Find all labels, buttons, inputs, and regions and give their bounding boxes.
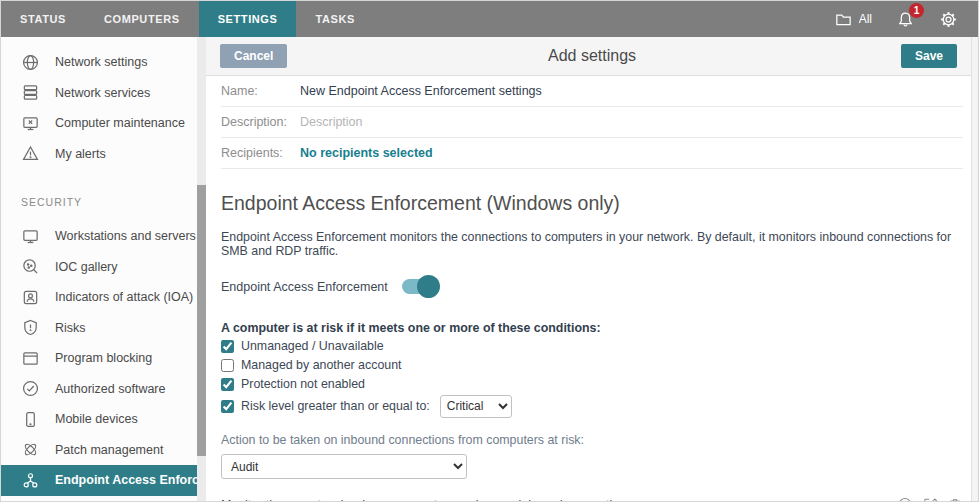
- sidebar-item-label: Workstations and servers: [55, 229, 196, 243]
- edit-protocol-button[interactable]: [922, 496, 938, 502]
- sidebar-item-network-services[interactable]: Network services: [1, 78, 197, 109]
- sidebar-item-indicators-of-attack[interactable]: Indicators of attack (IOA): [1, 282, 197, 313]
- window-icon: [21, 349, 40, 368]
- monitor-x-icon: [21, 114, 40, 133]
- sidebar-item-label: Computer maintenance: [55, 116, 185, 130]
- section-description: Endpoint Access Enforcement monitors the…: [221, 230, 963, 258]
- action-select[interactable]: Audit: [221, 454, 467, 479]
- condition-protection-row: Protection not enabled: [221, 376, 963, 392]
- recipients-row: Recipients: No recipients selected: [221, 138, 963, 169]
- condition-managed-other-row: Managed by another account: [221, 357, 963, 373]
- sidebar-item-label: Risks: [55, 321, 86, 335]
- enforcement-toggle-label: Endpoint Access Enforcement: [221, 280, 388, 294]
- top-navigation-bar: STATUS COMPUTERS SETTINGS TASKS All: [1, 1, 978, 37]
- save-button[interactable]: Save: [901, 44, 957, 68]
- sidebar-item-my-alerts[interactable]: My alerts: [1, 139, 197, 170]
- protocols-header-row: Monitor these protocols when a computer …: [221, 496, 963, 502]
- shield-exclamation-icon: [21, 318, 40, 337]
- description-row: Description:: [221, 107, 963, 138]
- sidebar-item-label: Mobile devices: [55, 412, 138, 426]
- sidebar-item-label: Network settings: [55, 55, 147, 69]
- toggle-knob: [417, 275, 440, 298]
- add-protocol-button[interactable]: [897, 496, 913, 502]
- nav-tab-status[interactable]: STATUS: [1, 1, 85, 37]
- sidebar-item-computer-maintenance[interactable]: Computer maintenance: [1, 108, 197, 139]
- condition-protection-checkbox[interactable]: [221, 378, 234, 391]
- sidebar-item-network-settings[interactable]: Network settings: [1, 47, 197, 78]
- app-window: STATUS COMPUTERS SETTINGS TASKS All: [0, 0, 979, 502]
- condition-label: Protection not enabled: [241, 377, 365, 391]
- recipients-label: Recipients:: [221, 146, 294, 160]
- folder-icon: [834, 10, 853, 29]
- sidebar-item-ioc-gallery[interactable]: IOC gallery: [1, 252, 197, 283]
- sidebar-item-label: IOC gallery: [55, 260, 118, 274]
- sidebar-item-label: My alerts: [55, 147, 106, 161]
- server-stack-icon: [21, 83, 40, 102]
- condition-label: Managed by another account: [241, 358, 402, 372]
- action-label: Action to be taken on inbound connection…: [221, 433, 963, 447]
- knot-icon: [21, 440, 40, 459]
- sidebar-scrollbar[interactable]: [197, 37, 206, 501]
- sidebar-item-program-blocking[interactable]: Program blocking: [1, 343, 197, 374]
- sidebar-item-authorized-software[interactable]: Authorized software: [1, 374, 197, 405]
- name-label: Name:: [221, 84, 294, 98]
- description-input[interactable]: [300, 115, 720, 129]
- recipients-link[interactable]: No recipients selected: [300, 146, 433, 160]
- sidebar-item-label: Authorized software: [55, 382, 165, 396]
- sidebar-item-mobile-devices[interactable]: Mobile devices: [1, 404, 197, 435]
- name-row: Name: New Endpoint Access Enforcement se…: [221, 76, 963, 107]
- main-panel: Add settings Cancel Save Name: New Endpo…: [206, 37, 978, 501]
- person-badge-icon: [21, 288, 40, 307]
- globe-icon: [21, 53, 40, 72]
- condition-managed-other-checkbox[interactable]: [221, 359, 234, 372]
- notification-count-badge: 1: [909, 3, 924, 18]
- enforcement-toggle-row: Endpoint Access Enforcement: [221, 279, 963, 294]
- settings-header-bar: Add settings Cancel Save: [206, 37, 978, 76]
- nav-tab-tasks[interactable]: TASKS: [296, 1, 373, 37]
- name-value[interactable]: New Endpoint Access Enforcement settings: [300, 84, 542, 98]
- folder-filter-label: All: [859, 12, 872, 26]
- page-title: Add settings: [206, 47, 978, 65]
- sidebar-scrollbar-thumb[interactable]: [197, 185, 206, 456]
- risk-level-select[interactable]: Critical: [440, 395, 512, 418]
- sidebar-item-label: Program blocking: [55, 351, 152, 365]
- protocols-label: Monitor these protocols when a computer …: [221, 498, 629, 502]
- protocols-toolbar: [897, 496, 963, 502]
- notifications-button[interactable]: 1: [896, 10, 915, 29]
- nav-tab-computers[interactable]: COMPUTERS: [85, 1, 199, 37]
- delete-protocol-button[interactable]: [947, 496, 963, 502]
- sidebar-item-workstations-and-servers[interactable]: Workstations and servers: [1, 221, 197, 252]
- sidebar-item-label: Indicators of attack (IOA): [55, 290, 193, 304]
- description-label: Description:: [221, 115, 294, 129]
- sidebar-item-patch-management[interactable]: Patch management: [1, 435, 197, 466]
- condition-unmanaged-checkbox[interactable]: [221, 340, 234, 353]
- condition-risk-level-row: Risk level greater than or equal to: Cri…: [221, 394, 963, 418]
- sidebar-item-endpoint-access-enforcement[interactable]: Endpoint Access Enforcement: [1, 465, 197, 496]
- gear-icon: [939, 10, 958, 29]
- settings-gear-button[interactable]: [939, 10, 958, 29]
- conditions-header: A computer is at risk if it meets one or…: [221, 321, 963, 335]
- sidebar-item-label: Network services: [55, 86, 150, 100]
- nav-tab-settings[interactable]: SETTINGS: [199, 1, 297, 37]
- folder-filter-button[interactable]: All: [834, 10, 872, 29]
- condition-label: Unmanaged / Unavailable: [241, 339, 384, 353]
- warning-triangle-icon: [21, 144, 40, 163]
- nav-right-tools: All 1: [834, 1, 978, 37]
- search-dots-icon: [21, 257, 40, 276]
- section-heading: Endpoint Access Enforcement (Windows onl…: [221, 192, 963, 215]
- monitor-icon: [21, 227, 40, 246]
- enforcement-toggle[interactable]: [402, 279, 438, 294]
- sidebar-item-label: Patch management: [55, 443, 163, 457]
- network-nodes-icon: [21, 471, 40, 490]
- sidebar-item-risks[interactable]: Risks: [1, 313, 197, 344]
- check-circle-icon: [21, 379, 40, 398]
- cancel-button[interactable]: Cancel: [220, 44, 287, 68]
- condition-risk-level-checkbox[interactable]: [221, 400, 234, 413]
- sidebar-section-security: SECURITY: [1, 191, 206, 213]
- main-scrollbar-track[interactable]: [971, 37, 978, 501]
- condition-label: Risk level greater than or equal to:: [241, 399, 430, 413]
- sidebar: Network settings Network services Comput…: [1, 37, 206, 501]
- phone-icon: [21, 410, 40, 429]
- condition-unmanaged-row: Unmanaged / Unavailable: [221, 338, 963, 354]
